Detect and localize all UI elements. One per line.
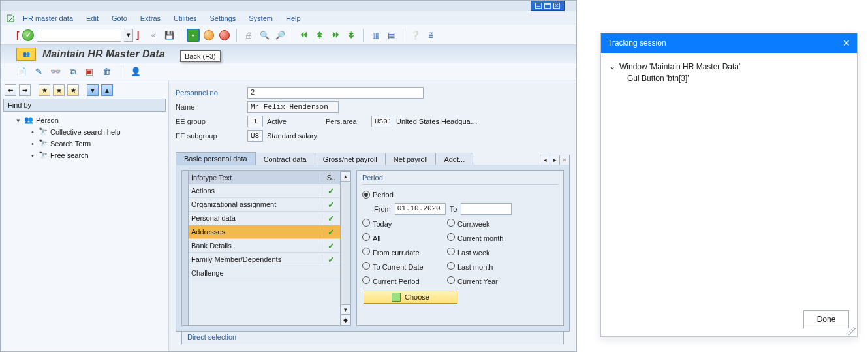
save-icon[interactable]: 💾 [163,29,176,42]
chevron-down-icon[interactable]: ⌄ [609,62,615,71]
history-prev-icon[interactable]: « [147,29,160,42]
infotype-row[interactable]: Addresses✓ [189,225,340,239]
menu-settings[interactable]: Settings [205,13,241,24]
infotype-row[interactable]: Challenge [189,266,340,280]
sidebar-expand-icon[interactable]: ▼ [87,84,99,96]
window-minimize-icon[interactable] [535,3,542,9]
tracking-node-window[interactable]: ⌄ Window 'Maintain HR Master Data' [609,61,849,72]
tracking-close-icon[interactable]: ✕ [843,38,850,48]
copy-icon[interactable]: ⧉ [67,67,78,77]
tab-scroll-right-icon[interactable]: ▸ [550,155,560,165]
infotype-row[interactable]: Actions✓ [189,184,340,198]
sidebar-fav3-icon[interactable]: ★ [67,84,79,96]
cancel-button[interactable] [218,29,231,42]
infotype-row[interactable]: Bank Details✓ [189,239,340,253]
command-dropdown[interactable]: ▾ [124,29,133,42]
infotype-table: Infotype Text S.. Actions✓Organizational… [181,170,351,326]
tracking-node-button[interactable]: Gui Button 'btn[3]' [609,72,849,84]
sidebar-collapse-icon[interactable]: ▲ [101,84,113,96]
radio-option[interactable] [362,262,370,270]
choose-button[interactable]: Choose [364,291,457,304]
pers-area-code: US01 [371,116,392,127]
sidebar-back-icon[interactable]: ⬅ [5,84,16,96]
scroll-up-icon[interactable]: ▴ [341,171,350,182]
radio-option[interactable] [362,233,370,241]
resize-grip-icon[interactable] [848,327,856,335]
tree-node-person[interactable]: ▾ 👥 Person [6,114,163,126]
sidebar-fav2-icon[interactable]: ★ [53,84,65,96]
infotype-row[interactable]: Personal data✓ [189,212,340,225]
tree-expander-icon[interactable]: ▾ [15,116,22,125]
find-next-icon[interactable]: 🔎 [273,29,287,42]
layout-icon[interactable]: 🖥 [424,29,437,42]
infotype-scrollbar[interactable]: ▴ ▾ ◆ [340,171,350,325]
change-icon[interactable]: ✎ [33,67,44,77]
tab-basic-personal-data[interactable]: Basic personal data [176,152,256,165]
enter-button[interactable]: ✓ [22,29,34,41]
infotype-row[interactable]: Organizational assignment✓ [189,198,340,212]
window-close-icon[interactable] [553,3,560,9]
check-icon: ✓ [328,214,335,223]
infotype-row[interactable]: Family Member/Dependents✓ [189,253,340,266]
menu-hr-master-data[interactable]: HR master data [18,13,78,24]
radio-option[interactable] [447,233,455,241]
personnel-no-input[interactable]: 2 [247,87,424,99]
find-icon[interactable]: 🔍 [258,29,271,42]
to-date-input[interactable] [461,203,512,215]
delimit-icon[interactable]: ▣ [84,67,95,77]
infotype-status: ✓ [322,227,340,237]
exit-button[interactable] [202,29,215,42]
print-icon[interactable]: 🖨 [242,29,255,42]
radio-option[interactable] [447,219,455,227]
menu-edit[interactable]: Edit [81,13,104,24]
tab-contract-data[interactable]: Contract data [255,153,315,165]
radio-period[interactable] [362,191,370,199]
from-date-input[interactable]: 01.10.2020 [395,203,446,215]
delete-icon[interactable]: 🗑 [101,67,112,77]
tree-item-free-search[interactable]: • 🔭 Free search [6,150,163,161]
ee-subgroup-text: Standard salary [267,132,317,140]
radio-option[interactable] [362,248,370,255]
radio-option[interactable] [447,262,455,270]
back-double-arrow-icon: « [188,29,198,41]
back-button[interactable]: « [187,29,200,42]
scroll-down-icon[interactable]: ▾ [341,304,350,315]
radio-option[interactable] [447,248,455,255]
infotype-header-text[interactable]: Infotype Text [189,174,322,182]
first-page-icon[interactable]: ⯬ [298,29,311,42]
scroll-end-icon[interactable]: ◆ [341,315,350,325]
radio-option[interactable] [447,276,455,284]
done-button[interactable]: Done [803,310,849,328]
overview-icon[interactable]: 👤 [131,67,141,77]
radio-option[interactable] [362,276,370,284]
tab-additional[interactable]: Addt... [435,153,473,165]
prev-page-icon[interactable]: ⯭ [313,29,326,42]
tree-item-search-term[interactable]: • 🔭 Search Term [6,138,163,150]
tree-item-label: Free search [50,152,89,159]
menu-system[interactable]: System [243,13,278,24]
sidebar-fav1-icon[interactable]: ★ [39,84,50,96]
infotype-header-status[interactable]: S.. [322,174,340,182]
menu-help[interactable]: Help [281,13,306,24]
tab-list-icon[interactable]: ≡ [559,155,570,165]
command-field[interactable] [37,29,121,42]
menu-goto[interactable]: Goto [106,13,132,24]
help-icon[interactable]: ❔ [409,29,422,42]
sidebar-forward-icon[interactable]: ➡ [19,84,31,96]
infotype-row-selector-strip[interactable] [182,171,189,325]
window-maximize-icon[interactable] [544,3,551,9]
tab-gross-net-payroll[interactable]: Gross/net payroll [315,153,386,165]
create-icon[interactable]: 📄 [16,67,27,77]
generate-shortcut-icon[interactable]: ▤ [384,29,397,42]
radio-option[interactable] [362,219,370,227]
tab-scroll-left-icon[interactable]: ◂ [540,155,550,165]
next-page-icon[interactable]: ⯮ [329,29,342,42]
menu-extras[interactable]: Extras [135,13,166,24]
last-page-icon[interactable]: ⯯ [345,29,358,42]
new-session-icon[interactable]: ▥ [369,29,382,42]
menu-system-icon[interactable] [6,14,15,23]
tree-item-collective-search[interactable]: • 🔭 Collective search help [6,126,163,138]
tab-net-payroll[interactable]: Net payroll [385,153,437,165]
menu-utilities[interactable]: Utilities [168,13,202,24]
display-icon[interactable]: 👓 [50,67,61,77]
